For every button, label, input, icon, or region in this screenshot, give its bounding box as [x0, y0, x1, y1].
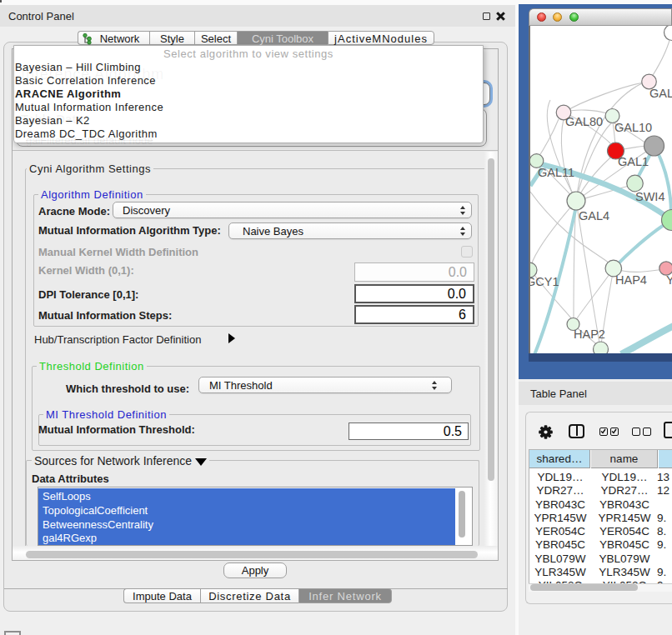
svg-text:GAL11: GAL11	[538, 166, 574, 179]
svg-text:GAL7: GAL7	[649, 87, 672, 100]
svg-text:GAL80: GAL80	[565, 115, 603, 128]
svg-text:SWI4: SWI4	[635, 190, 664, 203]
svg-text:GCY1: GCY1	[530, 275, 559, 288]
svg-text:HAP2: HAP2	[574, 328, 605, 341]
svg-text:GAL1: GAL1	[618, 155, 649, 168]
svg-text:Y: Y	[666, 273, 672, 287]
svg-text:HAP4: HAP4	[615, 273, 647, 287]
svg-text:GAL10: GAL10	[614, 121, 652, 134]
svg-text:GAL4: GAL4	[579, 209, 609, 222]
